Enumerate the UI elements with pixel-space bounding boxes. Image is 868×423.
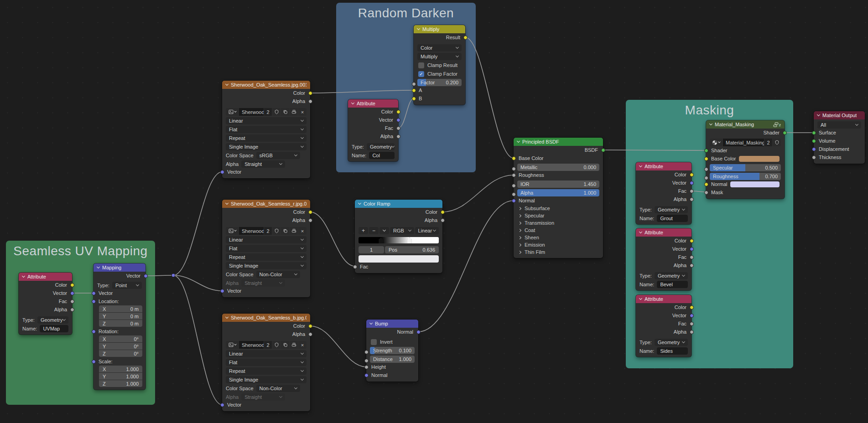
- shader-output-socket[interactable]: [783, 131, 787, 135]
- extension-dropdown[interactable]: Repeat: [226, 253, 307, 261]
- image-users-count[interactable]: 2: [264, 341, 272, 349]
- collapse-icon[interactable]: [358, 201, 361, 205]
- section-subsurface[interactable]: Subsurface: [514, 205, 603, 212]
- collapse-icon[interactable]: [517, 139, 520, 143]
- image-users-count[interactable]: 2: [264, 227, 272, 235]
- b-input-socket[interactable]: [412, 97, 416, 101]
- fac-output-socket[interactable]: [70, 299, 74, 304]
- scale-y-field[interactable]: Y1.000: [99, 373, 142, 380]
- stop-color-swatch[interactable]: [359, 255, 439, 263]
- ior-slider[interactable]: IOR1.450: [517, 181, 599, 188]
- node-header[interactable]: Attribute: [636, 162, 691, 170]
- projection-dropdown[interactable]: Flat: [226, 359, 307, 366]
- roughness-slider[interactable]: Roughness0.700: [710, 173, 781, 180]
- alpha-slider[interactable]: Alpha1.000: [517, 189, 599, 196]
- mapping-type-dropdown[interactable]: Point: [112, 282, 142, 289]
- metallic-input-socket[interactable]: [512, 167, 516, 171]
- attribute-name-field[interactable]: Col: [369, 152, 395, 159]
- node-group-material-masking[interactable]: Material_Masking 2 Shader Material_Maski…: [706, 120, 785, 199]
- fake-user-button[interactable]: [773, 139, 781, 146]
- interpolation-dropdown[interactable]: Linear: [226, 350, 307, 357]
- ramp-options-button[interactable]: [379, 227, 389, 234]
- node-image-texture-1[interactable]: Sherwood_Oak_Seamless.jpg.001 Color Alph…: [222, 81, 310, 178]
- node-bump[interactable]: Bump Normal Invert Strength0.100 Distanc…: [366, 320, 418, 382]
- section-specular[interactable]: Specular: [514, 212, 603, 219]
- fac-output-socket[interactable]: [690, 255, 694, 259]
- image-browse-button[interactable]: [226, 227, 239, 235]
- alpha-mode-dropdown[interactable]: Straight: [241, 279, 285, 287]
- attribute-type-dropdown[interactable]: Geometry: [655, 272, 688, 279]
- surface-input-socket[interactable]: [812, 131, 816, 135]
- alpha-output-socket[interactable]: [308, 218, 312, 222]
- collapse-icon[interactable]: [22, 274, 25, 278]
- collapse-icon[interactable]: [225, 201, 229, 205]
- volume-input-socket[interactable]: [812, 139, 816, 143]
- strength-slider[interactable]: Strength0.100: [370, 347, 415, 354]
- unlink-image-button[interactable]: ×: [298, 341, 307, 349]
- vector-output-socket[interactable]: [144, 274, 148, 278]
- fac-output-socket[interactable]: [690, 322, 694, 326]
- alpha-mode-dropdown[interactable]: Straight: [241, 393, 285, 401]
- reroute-node[interactable]: [172, 273, 175, 277]
- node-image-texture-3[interactable]: Sherwood_Oak_Seamless_b.jpg.001 Color Al…: [222, 314, 310, 411]
- fac-output-socket[interactable]: [690, 189, 694, 193]
- copy-image-button[interactable]: [281, 227, 289, 235]
- node-mapping[interactable]: Mapping Vector Type:Point Vector Locatio…: [94, 263, 146, 390]
- image-name-field[interactable]: Sherwood_...: [239, 341, 264, 349]
- node-header[interactable]: Principled BSDF: [514, 138, 603, 146]
- extension-dropdown[interactable]: Repeat: [226, 367, 307, 375]
- material-users-count[interactable]: 2: [764, 139, 772, 146]
- node-header[interactable]: Bump: [366, 320, 418, 328]
- node-attribute-col[interactable]: Attribute Color Vector Fac Alpha Type:Ge…: [348, 99, 398, 161]
- gradient-bar[interactable]: [359, 237, 439, 243]
- ior-input-socket[interactable]: [512, 184, 516, 188]
- node-editor-canvas[interactable]: Random Darken Seamless UV Mapping Maskin…: [0, 0, 868, 423]
- alpha-output-socket[interactable]: [690, 197, 694, 201]
- pack-image-button[interactable]: [290, 108, 298, 116]
- alpha-input-socket[interactable]: [512, 192, 516, 196]
- alpha-output-socket[interactable]: [308, 332, 312, 336]
- node-header[interactable]: Sherwood_Oak_Seamless_b.jpg.001: [222, 314, 310, 322]
- collapse-icon[interactable]: [639, 297, 642, 300]
- clamp-factor-checkbox[interactable]: ✓: [418, 71, 424, 77]
- color-output-socket[interactable]: [308, 210, 312, 214]
- section-emission[interactable]: Emission: [514, 241, 603, 248]
- section-thin-film[interactable]: Thin Film: [514, 248, 603, 256]
- node-header[interactable]: Multiply: [414, 25, 465, 33]
- colorspace-dropdown[interactable]: Non-Color: [256, 385, 300, 392]
- collapse-icon[interactable]: [225, 315, 229, 319]
- fake-user-button[interactable]: [272, 341, 281, 349]
- collapse-icon[interactable]: [351, 101, 354, 104]
- collapse-icon[interactable]: [709, 122, 712, 125]
- ramp-stop-handle-1[interactable]: [407, 237, 412, 243]
- rotation-x-field[interactable]: X0°: [99, 335, 142, 342]
- node-multiply[interactable]: Multiply Result Color Multiply Clamp Res…: [414, 25, 465, 105]
- colorspace-dropdown[interactable]: sRGB: [256, 152, 300, 159]
- location-z-field[interactable]: Z0 m: [99, 320, 142, 327]
- attribute-type-dropdown[interactable]: Geometry: [37, 316, 68, 324]
- section-sheen[interactable]: Sheen: [514, 234, 603, 241]
- attribute-name-field[interactable]: Sides: [657, 347, 688, 355]
- location-input-socket[interactable]: [92, 299, 96, 304]
- fac-input-socket[interactable]: [353, 265, 357, 269]
- alpha-output-socket[interactable]: [70, 308, 74, 312]
- pack-image-button[interactable]: [290, 341, 298, 349]
- node-image-texture-2[interactable]: Sherwood_Oak_Seamless_r.jpg.001 Color Al…: [222, 200, 310, 297]
- color-output-socket[interactable]: [690, 239, 694, 243]
- color-output-socket[interactable]: [70, 283, 74, 287]
- section-transmission[interactable]: Transmission: [514, 219, 603, 227]
- roughness-input-socket[interactable]: [512, 173, 516, 177]
- unlink-image-button[interactable]: ×: [298, 108, 307, 116]
- factor-slider[interactable]: Factor0.200: [417, 79, 462, 86]
- attribute-name-field[interactable]: Bevel: [657, 281, 688, 288]
- shader-input-socket[interactable]: [704, 149, 708, 153]
- stop-index-field[interactable]: 1: [359, 246, 384, 253]
- ramp-interpolation-dropdown[interactable]: Linear: [415, 227, 439, 234]
- bsdf-output-socket[interactable]: [601, 148, 605, 152]
- extension-dropdown[interactable]: Repeat: [226, 134, 307, 142]
- vector-output-socket[interactable]: [690, 314, 694, 318]
- collapse-icon[interactable]: [639, 230, 642, 233]
- specular-input-socket[interactable]: [704, 167, 708, 171]
- metallic-slider[interactable]: Metallic0.000: [517, 164, 599, 171]
- collapse-icon[interactable]: [817, 113, 820, 116]
